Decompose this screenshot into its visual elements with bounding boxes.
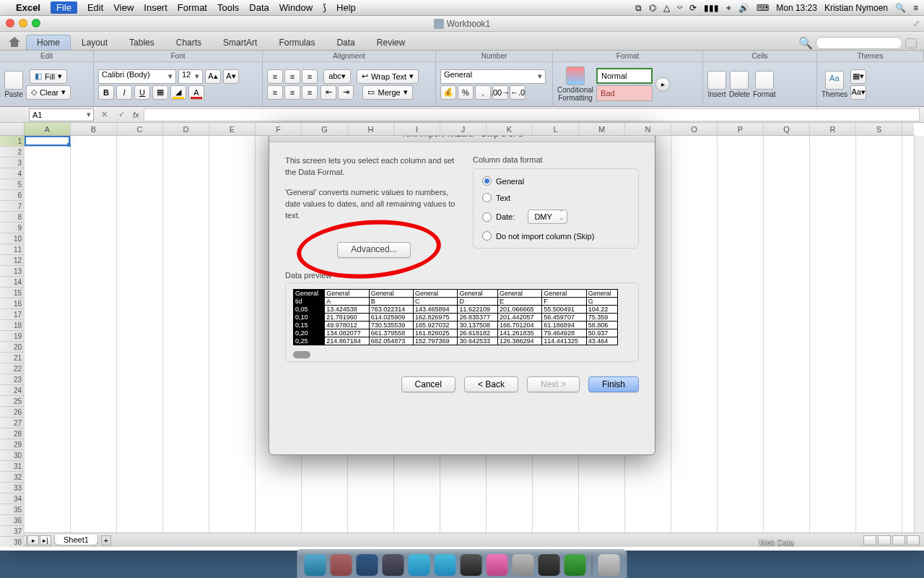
bold-button[interactable]: B [98, 85, 114, 100]
spotlight-icon[interactable]: 🔍 [895, 3, 906, 13]
add-sheet-button[interactable]: + [101, 535, 111, 545]
preview-cell[interactable]: 11.622109 [458, 305, 498, 313]
row-header[interactable]: 6 [0, 190, 25, 201]
column-header[interactable]: I [394, 123, 440, 135]
row-header[interactable]: 14 [0, 277, 25, 288]
view-layout-button[interactable] [878, 535, 891, 545]
sheet-tab[interactable]: Sheet1 [54, 535, 98, 545]
menu-file[interactable]: File [51, 1, 77, 14]
ribbon-search-input[interactable] [816, 37, 902, 49]
row-header[interactable]: 1 [0, 136, 25, 147]
preview-cell[interactable]: E [497, 297, 541, 305]
preview-cell[interactable]: tid [294, 297, 325, 305]
preview-header-cell[interactable]: General [458, 289, 498, 297]
app-name[interactable]: Excel [16, 2, 40, 13]
preview-cell[interactable]: 56.459707 [542, 313, 586, 321]
row-header[interactable]: 15 [0, 288, 25, 298]
percent-button[interactable]: % [458, 85, 474, 100]
preview-header-cell[interactable]: General [542, 289, 586, 297]
preview-cell[interactable]: 75.359 [586, 313, 617, 321]
row-header[interactable]: 32 [0, 472, 25, 483]
tab-home[interactable]: Home [26, 35, 71, 50]
column-header[interactable]: R [810, 123, 856, 135]
dock-terminal[interactable] [539, 554, 560, 576]
row-header[interactable]: 16 [0, 298, 25, 309]
row-header[interactable]: 36 [0, 515, 25, 526]
row-header[interactable]: 5 [0, 179, 25, 190]
row-header[interactable]: 28 [0, 428, 25, 439]
preview-cell[interactable]: 730.535539 [369, 321, 413, 329]
menu-tools[interactable]: Tools [217, 2, 239, 13]
preview-header-cell[interactable]: General [369, 289, 413, 297]
row-headers[interactable]: 1234567891011121314151617181920212223242… [0, 136, 25, 547]
tab-tables[interactable]: Tables [118, 35, 165, 50]
preview-cell[interactable]: 141.261835 [497, 329, 541, 337]
borders-button[interactable]: ▦ [152, 85, 168, 100]
preview-header-cell[interactable]: General [294, 289, 325, 297]
column-header[interactable]: P [718, 123, 764, 135]
dropbox-icon[interactable]: ⌬ [649, 3, 656, 13]
column-header[interactable]: F [256, 123, 302, 135]
theme-colors-button[interactable]: ▦▾ [850, 69, 866, 84]
view-normal-button[interactable] [863, 535, 876, 545]
menu-view[interactable]: View [113, 2, 134, 13]
dock-app-2[interactable] [357, 554, 378, 576]
preview-header-cell[interactable]: General [586, 289, 617, 297]
preview-cell[interactable]: 201.442057 [497, 313, 541, 321]
column-header[interactable]: S [856, 123, 902, 135]
preview-cell[interactable]: 79.464928 [542, 329, 586, 337]
preview-cell[interactable]: 104.22 [586, 305, 617, 313]
preview-cell[interactable]: 763.022314 [369, 305, 413, 313]
font-size-select[interactable]: 12 [178, 69, 203, 84]
radio-text[interactable]: Text [482, 193, 629, 202]
font-color-button[interactable]: A [188, 85, 204, 100]
column-header[interactable]: G [302, 123, 348, 135]
row-header[interactable]: 23 [0, 374, 25, 385]
sheet-nav-last[interactable]: ▸| [40, 535, 51, 545]
fx-label[interactable]: fx [133, 111, 139, 119]
finish-button[interactable]: Finish [588, 376, 639, 392]
align-top-button[interactable]: ≡ [267, 69, 283, 84]
themes-button[interactable]: AaThemes [821, 71, 847, 98]
sync-icon[interactable]: ⟳ [689, 3, 697, 13]
style-normal[interactable]: Normal [596, 68, 653, 84]
preview-cell[interactable]: 152.797369 [414, 337, 458, 345]
tab-formulas[interactable]: Formulas [268, 35, 326, 50]
menu-format[interactable]: Format [178, 2, 207, 13]
menu-help[interactable]: Help [336, 2, 356, 13]
dock-app-3[interactable] [383, 554, 404, 576]
drive-icon[interactable]: △ [663, 3, 670, 13]
column-header[interactable]: C [117, 123, 163, 135]
dock-finder[interactable] [305, 554, 326, 576]
preview-cell[interactable]: 0,25 [294, 337, 325, 345]
view-pagebreak-button[interactable] [892, 535, 905, 545]
orientation-button[interactable]: abc▾ [323, 69, 351, 84]
delete-cells-button[interactable]: Delete [729, 71, 750, 98]
zoom-window-button[interactable] [32, 19, 40, 27]
preview-cell[interactable]: 55.500491 [542, 305, 586, 313]
merge-button[interactable]: ▭Merge▾ [362, 85, 412, 100]
row-header[interactable]: 12 [0, 255, 25, 266]
number-format-select[interactable]: General [440, 69, 546, 84]
row-header[interactable]: 30 [0, 450, 25, 461]
date-format-select[interactable]: DMY [528, 210, 567, 224]
menu-edit[interactable]: Edit [87, 2, 103, 13]
row-header[interactable]: 17 [0, 309, 25, 320]
column-header[interactable]: Q [764, 123, 810, 135]
preview-cell[interactable]: 26.618182 [458, 329, 498, 337]
column-header[interactable]: K [487, 123, 533, 135]
preview-cell[interactable]: 162.826975 [414, 313, 458, 321]
dock-excel[interactable] [565, 554, 586, 576]
row-header[interactable]: 26 [0, 407, 25, 418]
align-bottom-button[interactable]: ≡ [302, 69, 318, 84]
vertical-scrollbar[interactable] [914, 136, 924, 532]
preview-cell[interactable]: 0,15 [294, 321, 325, 329]
preview-cell[interactable]: 58.806 [586, 321, 617, 329]
radio-skip[interactable]: Do not import column (Skip) [482, 231, 629, 241]
column-header[interactable]: M [579, 123, 625, 135]
row-header[interactable]: 35 [0, 504, 25, 515]
row-header[interactable]: 34 [0, 493, 25, 504]
underline-button[interactable]: U [134, 85, 150, 100]
row-header[interactable]: 4 [0, 168, 25, 179]
column-header[interactable]: J [440, 123, 487, 135]
